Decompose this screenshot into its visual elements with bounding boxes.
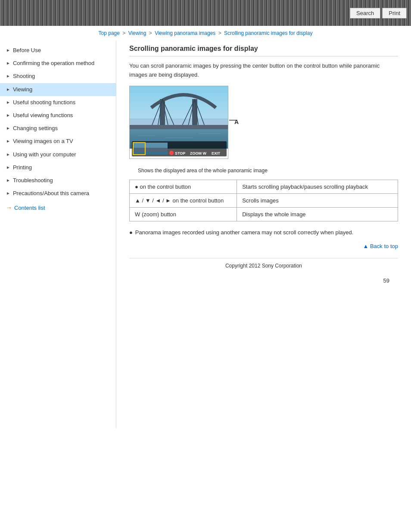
sidebar-item-label: Useful shooting functions <box>13 99 112 106</box>
sidebar-item-useful-shooting[interactable]: ► Useful shooting functions <box>0 96 116 109</box>
note-text: Panorama images recorded using another c… <box>135 228 354 237</box>
back-to-top-label: Back to top <box>370 243 398 249</box>
breadcrumb: Top page > Viewing > Viewing panorama im… <box>0 26 411 40</box>
copyright-text: Copyright 2012 Sony Corporation <box>225 263 302 269</box>
sidebar-item-label: Using with your computer <box>13 151 112 159</box>
sidebar-item-label: Changing settings <box>13 124 112 132</box>
main-layout: ► Before Use ► Confirming the operation … <box>0 40 411 428</box>
page-footer: Copyright 2012 Sony Corporation <box>129 258 398 273</box>
svg-text:STOP: STOP <box>175 151 185 156</box>
sidebar-item-viewing[interactable]: ► Viewing <box>0 83 116 96</box>
arrow-icon: ► <box>6 177 10 184</box>
sidebar-item-label: Confirming the operation method <box>13 59 112 67</box>
breadcrumb-sep3: > <box>218 30 223 36</box>
svg-rect-12 <box>130 125 228 129</box>
image-caption: Shows the displayed area of the whole pa… <box>138 168 398 174</box>
svg-text:EXIT: EXIT <box>212 151 221 156</box>
sidebar-item-label: Shooting <box>13 72 112 80</box>
arrow-icon: ► <box>6 73 10 79</box>
contents-list-link[interactable]: → Contents list <box>0 200 116 214</box>
arrow-icon: ► <box>6 112 10 118</box>
arrow-icon: ► <box>6 190 10 196</box>
sidebar-item-printing[interactable]: ► Printing <box>0 161 116 174</box>
breadcrumb-current: Scrolling panoramic images for display <box>224 30 312 36</box>
arrow-icon: ► <box>6 47 10 53</box>
sidebar-item-label: Troubleshooting <box>13 177 112 184</box>
sidebar-item-label: Viewing images on a TV <box>13 137 112 145</box>
sidebar-item-label: Precautions/About this camera <box>13 190 112 197</box>
table-cell-action: Displays the whole image <box>237 207 398 221</box>
page-number: 59 <box>129 273 398 288</box>
back-to-top-link[interactable]: ▲ Back to top <box>363 243 398 249</box>
sidebar-item-label: Printing <box>13 164 112 171</box>
sidebar: ► Before Use ► Confirming the operation … <box>0 40 116 428</box>
label-a: A <box>234 118 239 125</box>
breadcrumb-panorama-link[interactable]: Viewing panorama images <box>155 30 215 36</box>
svg-rect-21 <box>133 151 168 155</box>
contents-list-label: Contents list <box>14 205 45 211</box>
sidebar-item-precautions[interactable]: ► Precautions/About this camera <box>0 187 116 200</box>
print-button[interactable]: Print <box>382 8 407 19</box>
sidebar-item-changing-settings[interactable]: ► Changing settings <box>0 122 116 135</box>
note-bullet: ● <box>129 228 133 237</box>
breadcrumb-sep2: > <box>149 30 153 36</box>
breadcrumb-viewing-link[interactable]: Viewing <box>128 30 146 36</box>
camera-image-container: STOP ZOOM W EXIT A <box>129 86 228 159</box>
table-cell-control: ▲ / ▼ / ◄ / ► on the control button <box>130 193 237 207</box>
panorama-image-svg: STOP ZOOM W EXIT <box>130 86 228 159</box>
sidebar-item-using-computer[interactable]: ► Using with your computer <box>0 148 116 161</box>
search-button[interactable]: Search <box>350 8 380 19</box>
table-cell-action: Starts scrolling playback/pauses scrolli… <box>237 180 398 193</box>
table-row: ▲ / ▼ / ◄ / ► on the control button Scro… <box>130 193 398 207</box>
arrow-icon: ► <box>6 152 10 158</box>
table-cell-action: Scrolls images <box>237 193 398 207</box>
line-to-label <box>229 120 238 121</box>
page-title: Scrolling panoramic images for display <box>129 45 398 56</box>
camera-image: STOP ZOOM W EXIT <box>129 86 228 159</box>
content-description: You can scroll panoramic images by press… <box>129 62 398 80</box>
breadcrumb-sep1: > <box>122 30 127 36</box>
arrow-icon: ► <box>6 60 10 66</box>
header-buttons: Search Print <box>350 8 407 19</box>
table-cell-control: W (zoom) button <box>130 207 237 221</box>
sidebar-item-confirming[interactable]: ► Confirming the operation method <box>0 57 116 70</box>
control-table: ● on the control button Starts scrolling… <box>129 180 398 221</box>
svg-point-24 <box>169 151 174 155</box>
page-header: Search Print <box>0 0 411 26</box>
table-row: ● on the control button Starts scrolling… <box>130 180 398 193</box>
sidebar-item-viewing-tv[interactable]: ► Viewing images on a TV <box>0 135 116 148</box>
breadcrumb-top-link[interactable]: Top page <box>99 30 120 36</box>
sidebar-item-label: Useful viewing functions <box>13 112 112 119</box>
triangle-up-icon: ▲ <box>363 243 368 249</box>
sidebar-item-troubleshooting[interactable]: ► Troubleshooting <box>0 174 116 187</box>
sidebar-item-shooting[interactable]: ► Shooting <box>0 70 116 83</box>
back-to-top[interactable]: ▲ Back to top <box>129 243 398 249</box>
arrow-icon: ► <box>6 87 10 93</box>
sidebar-item-label: Viewing <box>13 86 112 93</box>
arrow-icon: ► <box>6 165 10 171</box>
svg-text:ZOOM W: ZOOM W <box>190 151 206 156</box>
sidebar-item-label: Before Use <box>13 47 112 54</box>
table-row: W (zoom) button Displays the whole image <box>130 207 398 221</box>
svg-rect-19 <box>133 143 168 148</box>
sidebar-item-before-use[interactable]: ► Before Use <box>0 44 116 57</box>
arrow-icon: ► <box>6 100 10 106</box>
content-area: Scrolling panoramic images for display Y… <box>116 40 411 428</box>
contents-arrow-icon: → <box>6 204 12 211</box>
svg-rect-20 <box>133 148 168 151</box>
note-section: ● Panorama images recorded using another… <box>129 228 398 237</box>
arrow-icon: ► <box>6 138 10 144</box>
sidebar-item-useful-viewing[interactable]: ► Useful viewing functions <box>0 109 116 122</box>
arrow-icon: ► <box>6 125 10 131</box>
table-cell-control: ● on the control button <box>130 180 237 193</box>
